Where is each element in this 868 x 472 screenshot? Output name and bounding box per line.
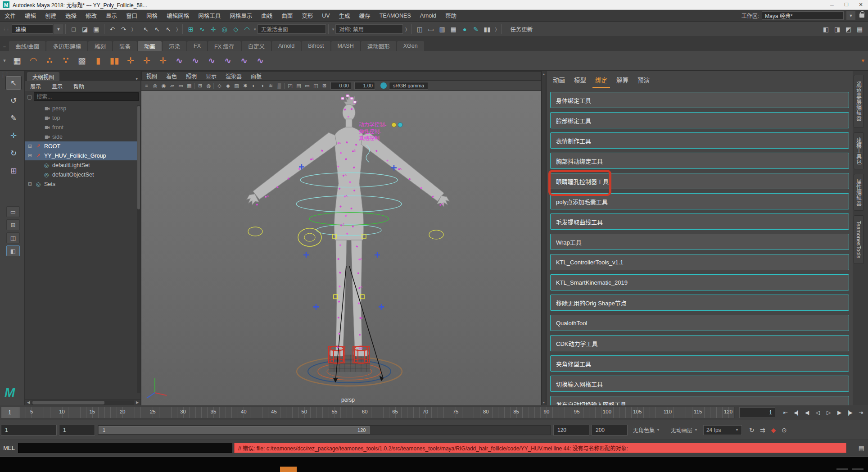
maximize-button[interactable]: ☐ [839,0,854,9]
shelf-tab[interactable]: FX [187,41,207,51]
shelf-options-icon[interactable]: ▾ [0,58,9,64]
mel-command-input[interactable] [18,443,232,453]
menu-item[interactable]: UV [317,10,334,21]
chevron-down-icon[interactable]: ▼ [54,24,63,34]
ghost-range-icon[interactable]: ∵ [58,53,74,69]
layout-persp-outliner[interactable]: ◫ [6,232,20,243]
toggle-outliner-icon[interactable]: ◧ [820,23,832,35]
camera-attributes-icon[interactable]: ▱ [168,82,176,90]
menu-item[interactable]: 变形 [297,10,317,21]
pause-viewport-icon[interactable]: ▮▮ [482,23,493,35]
motion-trail-icon[interactable]: ◠ [25,53,41,69]
playback-end-field[interactable]: 120 [553,425,589,436]
launch-application-icon[interactable]: ✎ [470,23,482,35]
outliner-menu-item[interactable]: 展示 [25,82,46,90]
open-scene-icon[interactable]: ◪ [79,23,90,35]
shelf-tab[interactable]: 动画 [138,41,162,51]
playback-start-field[interactable]: 1 [59,425,95,436]
scroll-up-icon[interactable]: ▲ [542,73,546,76]
shelf-tab[interactable]: Bifrost [302,41,330,51]
menu-item[interactable]: 网格工具 [194,10,225,21]
shelf-tab[interactable]: Arnold [272,41,301,51]
toggle-channel-box-icon[interactable]: ▤ [854,23,865,35]
paint-select-tool[interactable]: ✎ [5,111,22,125]
isolate-select-icon[interactable]: ◰ [286,82,294,90]
textured-icon[interactable]: ▨ [232,82,241,90]
ipr-render-icon[interactable]: ▥ [437,23,448,35]
playback-range-bar[interactable]: 1 120 [99,426,370,434]
task-update-button[interactable]: 任务更新 [510,25,533,33]
panel-menu-icon[interactable]: ▾ [136,77,140,81]
hold-current-keys-icon[interactable]: ▮▮ [106,53,122,69]
outliner-item[interactable]: ⊞ defaultObjectSet [25,170,140,179]
play-backwards-button[interactable]: ◁ [812,407,823,418]
shelf-menu-icon[interactable]: ≡ [0,44,9,50]
view-transform-icon[interactable] [380,82,387,89]
rotate-tool[interactable]: ↻ [5,146,22,160]
outliner-horizontal-scrollbar[interactable]: ◀ ▶ [25,399,140,405]
viewport-3d-canvas[interactable]: δδδδδδδδδδδδδ 动力学控制- 弹性控制- 真结控制- [141,91,541,405]
new-scene-icon[interactable]: □ [68,23,79,35]
color-management-select[interactable]: sRGB gamma [389,82,428,90]
display-render-globals-icon[interactable]: ● [459,23,470,35]
shelf-tab[interactable]: 雕刻 [88,41,112,51]
viewport-menu-item[interactable]: 显示 [201,72,221,80]
x-ray-icon[interactable]: ⊠ [320,82,329,90]
symmetry-field[interactable]: 对称: 禁用 [335,24,403,34]
exposure-field[interactable]: 0.00 [330,82,351,90]
expand-icon[interactable]: ⊞ [27,181,33,187]
menu-item[interactable]: 显示 [101,10,122,21]
tool-script-button[interactable]: 切换输入网格工具 [550,376,849,392]
anim-layer-select[interactable]: 无动画层▼ [671,426,698,434]
menu-item[interactable]: 选择 [61,10,81,21]
outliner-item[interactable]: ⊞ top [25,113,140,123]
lock-icon[interactable] [859,14,864,18]
tool-script-button[interactable]: QualothTool [550,315,849,331]
menu-item[interactable]: 曲面 [277,10,297,21]
outliner-item[interactable]: ⊞ YY_HUV_Follicle_Group [25,151,140,160]
chevron-down-icon[interactable]: ▼ [846,11,855,20]
outliner-title-tab[interactable]: 大纲视图 [27,72,59,81]
menu-item[interactable]: 缓存 [355,10,375,21]
key-translate-icon[interactable]: ✛ [122,53,139,69]
expand-icon[interactable]: ⊞ [27,153,33,159]
anim-start-field[interactable]: 1 [1,425,57,436]
layout-four-pane[interactable]: ⊞ [6,219,20,230]
select-object-icon[interactable]: ↖ [152,23,163,35]
outliner-menu-item[interactable]: 显示 [47,82,68,90]
tool-script-button[interactable]: poly点添加毛囊工具 [550,193,849,209]
menu-item[interactable]: 曲线 [257,10,277,21]
shelf-tab[interactable]: FX 缓存 [208,41,240,51]
menu-item[interactable]: 创建 [41,10,61,21]
grip-handle[interactable]: ⋮⋮ [0,27,12,31]
tool-script-button[interactable]: 表情制作工具 [550,132,849,149]
render-settings-icon[interactable]: ▦ [448,23,459,35]
multisample-icon[interactable]: ▒ [275,82,284,90]
anim-curve-linear-icon[interactable]: ∿ [171,53,187,69]
menu-item[interactable]: 生成 [335,10,355,21]
shadows-icon[interactable]: ◐ [249,82,258,90]
toggle-tool-settings-icon[interactable]: ◨ [832,23,843,35]
filter-icon[interactable]: ▢ [27,94,32,100]
key-scale-icon[interactable]: ✛ [155,53,171,69]
step-forward-button[interactable]: ▶ [834,407,844,418]
use-all-lights-icon[interactable]: ✱ [241,82,249,90]
menu-item[interactable]: 窗口 [122,10,142,21]
tools-category-tab[interactable]: 模型 [573,72,587,88]
field-chart-icon[interactable]: ▤ [294,82,303,90]
select-camera-icon[interactable]: ◎ [151,82,159,90]
save-scene-icon[interactable]: ▣ [90,23,102,35]
image-plane-icon[interactable]: ▦ [185,82,194,90]
timeline-ruler[interactable]: 1 51015202530354045505560657075808590951… [1,407,735,418]
menu-item[interactable]: 编辑 [20,10,41,21]
menu-set-select[interactable]: 建模 [12,24,53,34]
anim-curve-stepped-icon[interactable]: ∿ [220,53,236,69]
grease-pencil-icon[interactable]: ▩ [74,53,90,69]
menu-item[interactable]: 网格 [142,10,162,21]
gate-mask-icon[interactable]: ◫ [312,82,320,90]
tool-script-button[interactable]: 夹角修型工具 [550,355,849,372]
render-view-icon[interactable]: ◫ [414,23,425,35]
taskbar-app-indicator[interactable] [280,467,297,472]
set-key-icon[interactable]: ▮ [90,53,106,69]
next-key-button[interactable]: |▶ [845,407,855,418]
